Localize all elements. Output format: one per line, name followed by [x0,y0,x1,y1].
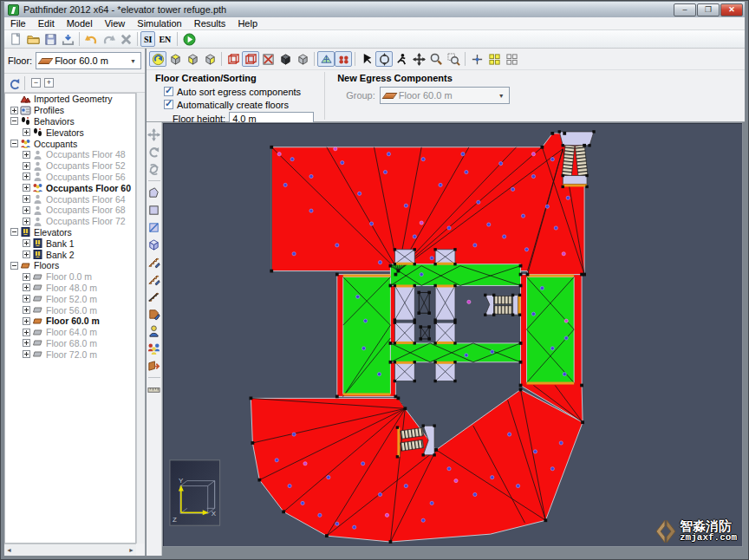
orthographic-button[interactable] [242,51,259,67]
mesh-vertex[interactable] [389,284,393,288]
solid-gray-button[interactable] [294,51,311,67]
occupant-marker[interactable] [318,513,322,517]
add-rectangle-room-tool[interactable] [147,201,162,218]
occupant-marker[interactable] [447,467,451,471]
occupant-marker[interactable] [491,476,494,479]
door-sill[interactable] [343,275,391,277]
occupant-marker[interactable] [327,476,330,479]
chevron-down-icon[interactable]: ▼ [127,54,140,68]
expand-icon[interactable] [23,128,30,136]
tree-item-occupants-floor-60[interactable]: Occupants Floor 60 [5,182,135,193]
expand-icon[interactable] [23,206,30,214]
units-si-button[interactable]: SI [140,31,155,47]
reset-view-button[interactable] [149,51,166,67]
auto-sort-checkbox[interactable] [164,87,173,96]
occupant-marker[interactable] [564,336,568,340]
refresh-tree-button[interactable] [9,78,18,88]
pan-view-tool[interactable] [147,126,162,143]
elevator-shaft[interactable] [394,321,416,344]
tree-item-behaviors[interactable]: Behaviors [5,116,135,127]
tree-item-floor-72-0-m[interactable]: Floor 72.0 m [5,348,135,360]
orbit-tool-button[interactable] [375,51,393,67]
elevator-shaft[interactable] [433,321,456,344]
occupant-marker[interactable] [377,373,381,376]
group-dropdown[interactable]: Floor 60.0 m ▼ [380,87,510,104]
undo-button[interactable] [82,31,100,47]
occupant-marker[interactable] [275,459,278,462]
occupant-marker-highlight[interactable] [277,153,281,156]
occupant-marker[interactable] [487,223,491,226]
tree-item-occupants-floor-64[interactable]: Occupants Floor 64 [5,193,135,205]
occupant-marker[interactable] [550,467,554,471]
elevator-shaft[interactable] [394,248,416,265]
mesh-vertex[interactable] [519,273,523,277]
stairwell-middle[interactable] [484,294,521,316]
occupant-marker[interactable] [290,158,294,161]
bottom-refuge-floor[interactable] [251,389,583,542]
occupant-marker[interactable] [378,261,381,264]
mesh-vertex[interactable] [389,361,393,364]
mesh-vertex[interactable] [403,407,407,410]
tree-item-occupants-floor-48[interactable]: Occupants Floor 48 [5,149,135,160]
occupant-marker[interactable] [430,257,433,260]
tree-item-bank-1[interactable]: Bank 1 [5,238,135,249]
occupant-marker[interactable] [461,153,465,156]
occupant-marker[interactable] [420,272,423,276]
occupant-marker[interactable] [559,441,563,445]
tree-item-elevators[interactable]: Elevators [5,127,135,138]
tree-vertical-scrollbar[interactable] [136,93,145,544]
tree-item-floor-52-0-m[interactable]: Floor 52.0 m [5,293,135,304]
mesh-vertex[interactable] [389,540,393,544]
mesh-vertex[interactable] [540,146,544,149]
occupant-marker-highlight[interactable] [420,221,423,225]
occupant-marker-highlight[interactable] [385,513,388,517]
elevator-shaft[interactable] [433,284,456,322]
rotate-view-tool[interactable] [147,143,162,160]
open-button[interactable] [24,31,42,47]
expand-icon[interactable] [23,162,30,170]
elevator-shaft[interactable] [433,248,456,265]
mesh-vertex[interactable] [335,273,339,277]
occupant-marker[interactable] [358,192,361,195]
mesh-vertex[interactable] [389,342,393,345]
floor-selector-dropdown[interactable]: Floor 60.0 m ▼ [36,52,141,69]
occupant-marker[interactable] [554,226,557,230]
tree-item-imported-geometry[interactable]: Imported Geometry [5,94,135,105]
occupant-marker[interactable] [356,295,360,298]
occupant-marker[interactable] [550,347,554,350]
mesh-vertex[interactable] [550,132,554,135]
occupant-marker[interactable] [383,170,387,173]
occupant-marker[interactable] [473,492,477,496]
show-navmesh-button[interactable] [317,51,335,67]
occupant-marker[interactable] [477,200,480,204]
menu-file[interactable]: File [4,17,32,30]
add-occupant-group-tool[interactable] [147,340,162,357]
snap-point-button[interactable] [468,51,485,67]
expand-icon[interactable] [23,306,30,314]
mesh-vertex[interactable] [519,342,523,345]
expand-icon[interactable] [23,317,30,325]
top-view-button[interactable] [166,51,184,67]
expand-icon[interactable] [23,339,30,347]
add-stairs-two-point-tool[interactable] [147,270,162,288]
occupant-marker-highlight[interactable] [562,252,565,256]
mesh-vertex[interactable] [335,395,339,399]
mesh-vertex[interactable] [396,397,400,400]
mesh-vertex[interactable] [434,448,438,452]
occupant-marker[interactable] [292,433,296,436]
occupant-marker[interactable] [404,204,407,207]
elevator-shaft[interactable] [394,284,416,322]
zoom-box-tool-button[interactable] [445,51,462,67]
mesh-vertex[interactable] [580,273,583,277]
occupant-marker[interactable] [439,183,442,186]
occupant-marker[interactable] [516,484,519,487]
expand-icon[interactable] [23,195,30,203]
import-button[interactable] [59,31,76,47]
select-tool-button[interactable] [358,51,375,67]
occupant-marker[interactable] [447,226,451,230]
collapse-icon[interactable] [10,140,18,147]
add-stairs-tool[interactable] [147,253,162,270]
occupant-marker[interactable] [421,158,425,161]
expand-icon[interactable] [23,184,30,192]
measurement-region[interactable] [417,291,431,315]
